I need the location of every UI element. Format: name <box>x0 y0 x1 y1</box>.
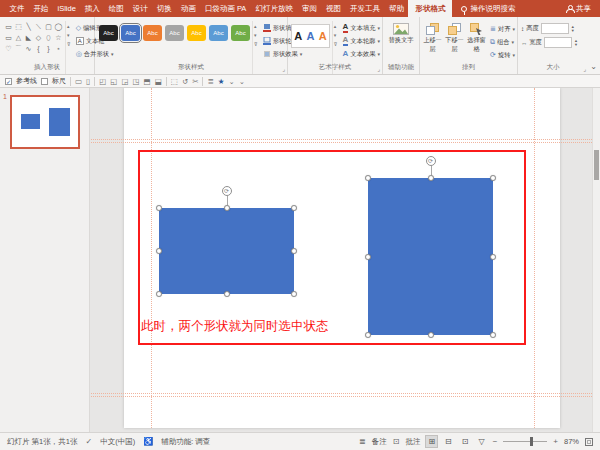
shape-gallery-icon[interactable]: ⌒ <box>14 44 23 53</box>
vertical-scrollbar[interactable] <box>592 88 600 432</box>
gallery-more-icon[interactable]: ⊽ <box>67 41 71 47</box>
menu-tab[interactable]: 动画 <box>176 4 200 14</box>
shape-gallery-icon[interactable]: ⟍ <box>34 22 43 31</box>
quickbar-icon[interactable]: ◲ <box>121 77 128 86</box>
shape-style-swatch[interactable]: Abc <box>99 25 118 41</box>
resize-handle[interactable] <box>490 175 496 181</box>
comments-toggle[interactable]: 批注 <box>405 437 420 447</box>
quickbar-icon[interactable]: ✂ <box>192 77 198 86</box>
menu-tab[interactable]: 帮助 <box>384 4 408 14</box>
width-stepper[interactable]: ▲▼ <box>574 39 578 47</box>
resize-handle[interactable] <box>156 291 162 297</box>
ruler-checkbox[interactable] <box>41 78 48 85</box>
shape-square[interactable]: ⟳ <box>368 178 493 335</box>
zoom-level[interactable]: 87% <box>564 437 579 446</box>
shape-gallery-icon[interactable]: } <box>44 44 53 53</box>
menu-tab[interactable]: 幻灯片放映 <box>251 4 298 14</box>
quickbar-icon[interactable]: ↺ <box>182 77 188 86</box>
fit-to-window-icon[interactable] <box>585 438 593 446</box>
wordart-style-swatch[interactable]: A <box>294 30 302 42</box>
quickbar-icon[interactable]: ◰ <box>99 77 106 86</box>
guide-line-horizontal[interactable] <box>91 393 600 394</box>
height-input[interactable] <box>541 23 569 34</box>
quickbar-icon[interactable]: ≣ <box>207 77 213 86</box>
spellcheck-icon[interactable]: ✓ <box>85 437 92 446</box>
rotate-handle[interactable]: ⟳ <box>222 186 232 196</box>
shape-style-swatch[interactable]: Abc <box>165 25 184 41</box>
resize-handle[interactable] <box>291 205 297 211</box>
shape-gallery-icon[interactable]: ◇ <box>34 33 43 42</box>
resize-handle[interactable] <box>428 175 434 181</box>
quickbar-icon[interactable]: ⌄ <box>229 77 235 86</box>
shape-gallery-icon[interactable]: ▭ <box>4 33 13 42</box>
editing-canvas[interactable]: ⟳ ⟳ 此时，两个形状就为同时选中状态 <box>91 88 600 432</box>
menu-tab[interactable]: 设计 <box>128 4 152 14</box>
shape-style-swatch[interactable]: Abc <box>187 25 206 41</box>
quickbar-icon[interactable]: ★ <box>218 77 225 86</box>
shape-gallery-icon[interactable]: ☆ <box>54 33 63 42</box>
slide-thumbnail[interactable] <box>10 95 80 149</box>
shape-style-swatch[interactable]: Abc <box>143 25 162 41</box>
guides-checkbox[interactable]: ✓ <box>5 78 12 85</box>
shape-rectangle[interactable]: ⟳ <box>159 208 294 294</box>
menu-tab[interactable]: 绘图 <box>104 4 128 14</box>
gallery-more-icon[interactable]: ⊽ <box>334 41 338 47</box>
quickbar-icon[interactable]: ◳ <box>133 77 140 86</box>
resize-handle[interactable] <box>156 248 162 254</box>
shape-gallery-icon[interactable]: ∿ <box>24 44 33 53</box>
menu-tab[interactable]: 审阅 <box>297 4 321 14</box>
zoom-in-icon[interactable]: + <box>553 437 558 446</box>
resize-handle[interactable] <box>365 332 371 338</box>
quickbar-icon[interactable]: ⌄ <box>239 77 245 86</box>
wordart-style-swatch[interactable]: A <box>319 30 327 42</box>
resize-handle[interactable] <box>365 175 371 181</box>
gallery-more-icon[interactable]: ⊽ <box>254 41 258 47</box>
tell-me-search[interactable]: 操作说明搜索 <box>452 0 524 17</box>
zoom-slider-thumb[interactable] <box>530 437 533 446</box>
dialog-launcher-icon[interactable]: ⌟ <box>583 65 586 72</box>
quickbar-icon[interactable]: ▭ <box>75 77 82 86</box>
shape-gallery-icon[interactable]: ◯ <box>54 22 63 31</box>
resize-handle[interactable] <box>224 291 230 297</box>
accessibility-status[interactable]: 辅助功能: 调查 <box>161 437 210 447</box>
text-outline-button[interactable]: A 文本轮廓 ▾ <box>341 35 382 47</box>
zoom-out-icon[interactable]: − <box>493 437 498 446</box>
slide-sorter-view-button[interactable]: ⊟ <box>443 436 454 447</box>
collapse-ribbon-icon[interactable]: ⌄ <box>590 62 597 71</box>
scroll-down-icon[interactable]: ▾ <box>334 32 338 38</box>
scroll-down-icon[interactable]: ▾ <box>67 32 71 38</box>
group-button[interactable]: ⧉ 组合 ▾ <box>488 36 517 48</box>
shape-gallery-icon[interactable]: { <box>34 44 43 53</box>
normal-view-button[interactable]: ⊞ <box>426 436 437 447</box>
scroll-up-icon[interactable]: ▴ <box>254 23 258 29</box>
shape-gallery-icon[interactable]: ♡ <box>4 44 13 53</box>
menu-tab[interactable]: iSlide <box>53 4 80 13</box>
resize-handle[interactable] <box>156 205 162 211</box>
menu-tab[interactable]: 插入 <box>80 4 104 14</box>
zoom-slider[interactable] <box>503 441 547 442</box>
quickbar-icon[interactable]: ⬒ <box>144 77 151 86</box>
menu-tab[interactable]: 视图 <box>321 4 345 14</box>
shape-gallery-icon[interactable]: ▢ <box>44 22 53 31</box>
text-effects-button[interactable]: A 文本效果 ▾ <box>341 48 382 60</box>
menu-tab[interactable]: 开始 <box>29 4 53 14</box>
guide-line-horizontal[interactable] <box>91 139 600 140</box>
rotate-handle[interactable]: ⟳ <box>426 156 436 166</box>
share-button[interactable]: 共享 <box>566 0 600 17</box>
menu-tab[interactable]: 开发工具 <box>345 4 384 14</box>
slideshow-button[interactable]: ▽ <box>476 436 486 447</box>
shape-gallery-icon[interactable]: ◣ <box>24 33 33 42</box>
menu-tab[interactable]: 口袋动画 PA <box>200 4 251 14</box>
resize-handle[interactable] <box>365 254 371 260</box>
shape-gallery-icon[interactable]: ⬚ <box>14 22 23 31</box>
scroll-up-icon[interactable]: ▴ <box>67 23 71 29</box>
resize-handle[interactable] <box>490 254 496 260</box>
resize-handle[interactable] <box>291 291 297 297</box>
quickbar-icon[interactable]: ▯ <box>86 77 90 86</box>
quickbar-icon[interactable]: ⬓ <box>155 77 162 86</box>
reading-view-button[interactable]: ⊡ <box>460 436 471 447</box>
guide-line-horizontal[interactable] <box>91 396 600 397</box>
resize-handle[interactable] <box>428 332 434 338</box>
width-input[interactable] <box>544 37 572 48</box>
quickbar-icon[interactable]: ⬚ <box>171 77 178 86</box>
